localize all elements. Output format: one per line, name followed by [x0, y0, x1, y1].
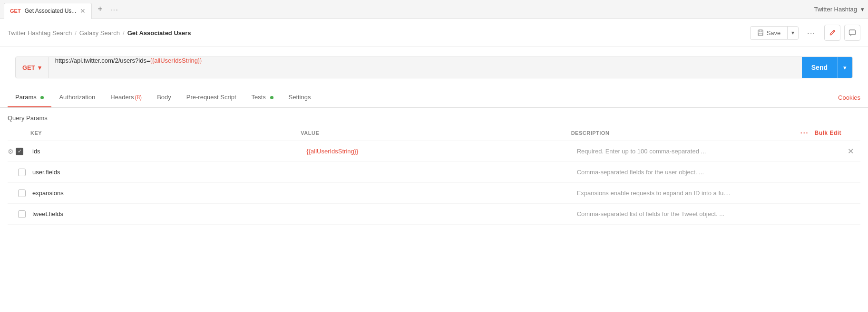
tab-authorization[interactable]: Authorization [51, 88, 103, 107]
breadcrumb-sep-1: / [75, 29, 77, 37]
tab-close-button[interactable]: ✕ [80, 7, 86, 15]
params-dot [40, 96, 44, 99]
save-dropdown-button[interactable]: ▾ [787, 27, 798, 39]
row-2-description: Comma-separated fields for the user obje… [571, 165, 841, 180]
tab-params[interactable]: Params [8, 88, 51, 107]
header-more-button[interactable]: ··· [802, 26, 820, 39]
tests-dot [270, 96, 273, 99]
row-2-key[interactable]: user.fields [30, 165, 301, 180]
row-1-description[interactable]: Required. Enter up to 100 comma-separate… [571, 144, 841, 159]
url-bar-container: GET ▾ https://api.twitter.com/2/users?id… [0, 47, 868, 88]
row-4-controls [8, 210, 30, 218]
send-label: Send [811, 64, 828, 71]
url-variable-text: {{allUserIdsString}} [150, 57, 202, 64]
comment-button[interactable] [844, 25, 860, 41]
row-2-controls [8, 169, 30, 176]
breadcrumb-sep-2: / [123, 29, 125, 37]
params-content: Query Params KEY VALUE DESCRIPTION ··· B… [0, 108, 868, 225]
svg-rect-3 [849, 30, 856, 35]
breadcrumb: Twitter Hashtag Search / Galaxy Search /… [8, 29, 750, 37]
method-chevron-icon: ▾ [38, 64, 41, 71]
row-2-checkbox[interactable] [18, 169, 26, 176]
row-1-key[interactable]: ids [30, 144, 301, 159]
header-bar: Twitter Hashtag Search / Galaxy Search /… [0, 19, 868, 47]
row-1-value[interactable]: {{allUserIdsString}} [301, 144, 571, 159]
value-column-header: VALUE [301, 130, 571, 136]
table-row: user.fields Comma-separated fields for t… [8, 162, 860, 183]
send-dropdown-button[interactable]: ▾ [837, 57, 852, 78]
new-tab-button[interactable]: + [94, 2, 107, 16]
save-icon [757, 29, 764, 36]
collection-chevron-icon[interactable]: ▾ [861, 6, 864, 13]
row-1-controls: ⚙ ✓ [8, 148, 30, 155]
row-3-key[interactable]: expansions [30, 186, 301, 200]
tab-bar-right: Twitter Hashtag ▾ [814, 6, 864, 13]
header-actions: Save ▾ ··· [750, 25, 860, 41]
desc-column-header: DESCRIPTION [571, 130, 610, 136]
cookies-link[interactable]: Cookies [838, 88, 860, 107]
row-3-controls [8, 189, 30, 197]
row-2-value[interactable] [301, 169, 571, 176]
breadcrumb-current: Get Associated Users [127, 29, 191, 37]
row-4-key[interactable]: tweet.fields [30, 207, 301, 221]
tab-tests[interactable]: Tests [244, 88, 281, 107]
table-row: tweet.fields Comma-separated list of fie… [8, 204, 860, 225]
comment-icon [848, 29, 856, 37]
save-label: Save [767, 29, 781, 37]
row-3-checkbox[interactable] [18, 189, 26, 197]
tab-headers[interactable]: Headers(8) [103, 88, 149, 107]
request-tabs: Params Authorization Headers(8) Body Pre… [0, 88, 868, 108]
send-button[interactable]: Send [802, 57, 837, 78]
save-button-group: Save ▾ [750, 26, 799, 40]
tab-body[interactable]: Body [149, 88, 179, 107]
pencil-icon [829, 29, 836, 37]
bulk-edit-button[interactable]: Bulk Edit [814, 130, 841, 136]
url-input[interactable]: https://api.twitter.com/2/users?ids={{al… [49, 57, 802, 78]
method-label: GET [22, 64, 35, 71]
url-bar: GET ▾ https://api.twitter.com/2/users?id… [15, 57, 853, 78]
save-button[interactable]: Save [751, 27, 788, 39]
method-select[interactable]: GET ▾ [16, 57, 49, 78]
key-column-header: KEY [30, 130, 301, 136]
query-params-title: Query Params [8, 108, 860, 125]
tab-more-button[interactable]: ··· [107, 4, 123, 15]
tab-title: Get Associated Us... [25, 8, 77, 14]
svg-rect-2 [759, 33, 762, 35]
active-tab[interactable]: GET Get Associated Us... ✕ [4, 3, 92, 19]
breadcrumb-item-1[interactable]: Twitter Hashtag Search [8, 29, 72, 37]
row-1-delete-button[interactable]: ✕ [841, 147, 860, 156]
row-3-description: Expansions enable requests to expand an … [571, 186, 841, 200]
table-row: ⚙ ✓ ids {{allUserIdsString}} Required. E… [8, 141, 860, 162]
svg-rect-1 [759, 30, 762, 32]
url-static-text: https://api.twitter.com/2/users?ids= [55, 57, 150, 64]
tune-icon[interactable]: ⚙ [8, 148, 14, 155]
row-3-value[interactable] [301, 189, 571, 197]
edit-button[interactable] [824, 25, 840, 41]
tab-settings[interactable]: Settings [281, 88, 319, 107]
tab-method: GET [10, 8, 21, 14]
row-4-value[interactable] [301, 210, 571, 218]
breadcrumb-item-2[interactable]: Galaxy Search [79, 29, 120, 37]
table-row: expansions Expansions enable requests to… [8, 183, 860, 204]
table-more-icon[interactable]: ··· [800, 129, 809, 137]
tab-bar: GET Get Associated Us... ✕ + ··· Twitter… [0, 0, 868, 19]
tab-prerequest[interactable]: Pre-request Script [179, 88, 244, 107]
collection-name-label: Twitter Hashtag [814, 6, 857, 13]
params-table-header: KEY VALUE DESCRIPTION ··· Bulk Edit [8, 125, 860, 141]
row-1-checkbox[interactable]: ✓ [16, 148, 23, 155]
row-4-description: Comma-separated list of fields for the T… [571, 207, 841, 221]
row-4-checkbox[interactable] [18, 210, 26, 218]
